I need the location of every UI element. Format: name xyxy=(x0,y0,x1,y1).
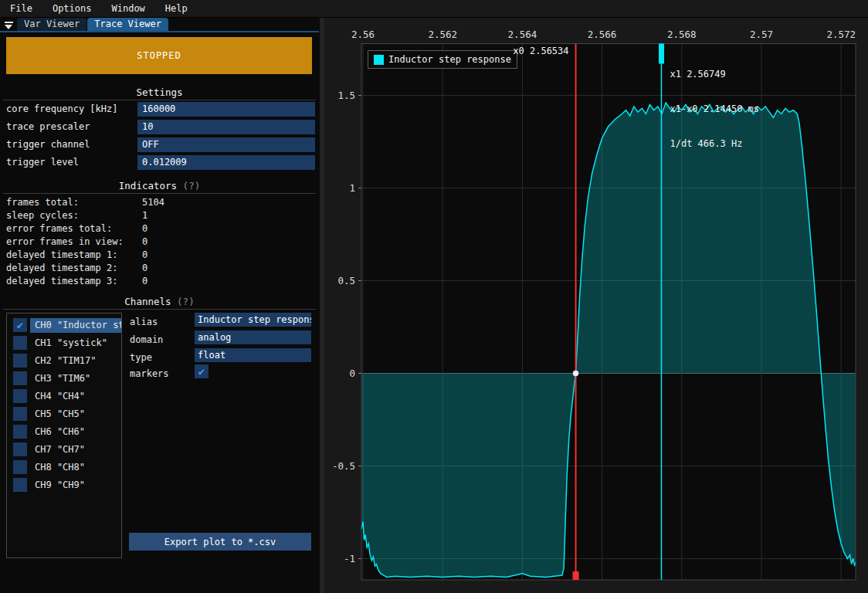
tab-bar: Var ViewerTrace Viewer xyxy=(0,18,319,32)
channel-checkbox[interactable] xyxy=(13,460,27,474)
channel-row-label: CH5 "CH5" xyxy=(35,407,85,422)
setting-input-trigger-level[interactable] xyxy=(137,155,315,170)
cursor-freq-label: 1/dt 466.3 Hz xyxy=(670,138,759,150)
domain-label: domain xyxy=(130,333,163,347)
x-tick-label: 2.566 xyxy=(588,29,617,40)
indicator-value: 0 xyxy=(142,249,147,262)
y-tick-label: 1 xyxy=(349,182,355,194)
domain-input[interactable] xyxy=(195,330,311,344)
channel-row-label: CH8 "CH8" xyxy=(35,460,85,475)
setting-label: trigger level xyxy=(6,155,79,170)
channel-checkbox[interactable] xyxy=(13,336,27,350)
menu-bar: FileOptionsWindowHelp xyxy=(0,0,868,18)
y-tick-label: 0 xyxy=(349,368,355,379)
indicator-value: 1 xyxy=(142,209,147,222)
channel-checkbox[interactable] xyxy=(13,371,27,385)
channel-row-label: CH9 "CH9" xyxy=(35,478,85,493)
alias-input[interactable] xyxy=(195,313,311,327)
export-csv-button[interactable]: Export plot to *.csv xyxy=(129,533,311,551)
menu-file[interactable]: File xyxy=(0,0,42,17)
left-panel: STOPPED Settings core frequency [kHz]tra… xyxy=(0,32,319,593)
channel-row-label: CH3 "TIM6" xyxy=(35,371,90,386)
channel-row[interactable]: CH4 "CH4" xyxy=(7,388,121,405)
channel-checkbox[interactable] xyxy=(13,407,27,421)
chevron-down-icon xyxy=(5,25,12,29)
channel-row[interactable]: CH8 "CH8" xyxy=(7,459,121,476)
menu-window[interactable]: Window xyxy=(101,0,154,17)
separator xyxy=(3,193,316,194)
channel-row[interactable]: ✔CH0 "Inductor st xyxy=(7,317,121,334)
channel-row-label: CH4 "CH4" xyxy=(35,389,85,404)
help-icon[interactable]: (?) xyxy=(183,180,201,191)
channel-row[interactable]: CH7 "CH7" xyxy=(7,442,121,459)
indicator-value: 0 xyxy=(142,262,147,275)
channel-row[interactable]: CH6 "CH6" xyxy=(7,424,121,441)
channel-row[interactable]: CH3 "TIM6" xyxy=(7,371,121,388)
channel-checkbox[interactable] xyxy=(13,354,27,368)
help-icon[interactable]: (?) xyxy=(177,296,195,307)
markers-label: markers xyxy=(130,367,169,381)
channel-checkbox[interactable]: ✔ xyxy=(13,318,27,332)
y-tick-label: 0.5 xyxy=(337,275,355,286)
y-tick-label: 1.5 xyxy=(337,90,355,101)
indicators-title: Indicators xyxy=(119,180,177,191)
channel-row[interactable]: CH2 "TIM17" xyxy=(7,353,121,370)
channel-row[interactable]: CH5 "CH5" xyxy=(7,406,121,423)
menu-options[interactable]: Options xyxy=(42,0,102,17)
menu-help[interactable]: Help xyxy=(155,0,198,17)
indicator-label: error frames total: xyxy=(6,222,112,236)
series-swatch-icon xyxy=(374,55,384,65)
cursor-delta-label: x1-x0 2.14450 ms xyxy=(670,103,759,115)
cursor-x1-label: x1 2.56749 xyxy=(670,69,759,80)
indicator-value: 0 xyxy=(142,222,147,236)
indicator-value: 5104 xyxy=(142,196,164,209)
marker-dot[interactable] xyxy=(573,371,578,376)
plot-canvas[interactable]: 2.562.5622.5642.5662.5682.572.5721.510.5… xyxy=(324,17,868,593)
indicator-value: 0 xyxy=(142,275,147,288)
cursor-x1-handle[interactable] xyxy=(659,44,664,64)
channel-row-label: CH1 "systick" xyxy=(35,336,107,351)
channel-checkbox[interactable] xyxy=(13,442,27,456)
x-tick-label: 2.562 xyxy=(428,29,457,40)
cursor-x1-info: x1 2.56749 x1-x0 2.14450 ms 1/dt 466.3 H… xyxy=(670,46,759,173)
setting-input-core-frequency-khz-[interactable] xyxy=(137,102,315,117)
cursor-x0-handle[interactable] xyxy=(573,571,579,580)
type-input[interactable] xyxy=(195,348,311,362)
channel-checkbox[interactable] xyxy=(13,389,27,403)
tab-trace-viewer[interactable]: Trace Viewer xyxy=(87,18,168,31)
x-tick-label: 2.56 xyxy=(351,29,375,40)
channel-checkbox[interactable] xyxy=(13,425,27,439)
indicator-label: frames total: xyxy=(6,196,79,209)
settings-header: Settings xyxy=(0,86,319,98)
x-tick-label: 2.572 xyxy=(826,29,856,40)
acquisition-state-button[interactable]: STOPPED xyxy=(6,37,312,74)
channel-row-label: CH0 "Inductor st xyxy=(35,318,122,333)
indicators-header: Indicators (?) xyxy=(0,180,319,191)
channel-row[interactable]: CH1 "systick" xyxy=(7,335,121,352)
setting-input-trace-prescaler[interactable] xyxy=(137,120,315,134)
indicator-label: delayed timestamp 3: xyxy=(6,275,118,288)
tab-var-viewer[interactable]: Var Viewer xyxy=(17,18,86,31)
indicator-label: delayed timestamp 1: xyxy=(6,249,118,262)
channel-row-label: CH6 "CH6" xyxy=(35,425,85,439)
setting-label: trigger channel xyxy=(6,137,90,152)
x-tick-label: 2.57 xyxy=(750,29,773,40)
x-tick-label: 2.564 xyxy=(508,29,537,40)
setting-input-trigger-channel[interactable] xyxy=(137,137,315,152)
collapse-icon-bar xyxy=(5,22,13,23)
channel-row[interactable]: CH9 "CH9" xyxy=(7,477,121,494)
y-tick-label: -1 xyxy=(344,553,355,564)
channel-checkbox[interactable] xyxy=(13,478,27,492)
cursor-x0-label: x0 2.56534 xyxy=(446,46,569,56)
setting-label: core frequency [kHz] xyxy=(6,102,118,117)
markers-checkbox[interactable]: ✔ xyxy=(195,364,209,378)
separator xyxy=(3,309,316,310)
indicator-value: 0 xyxy=(142,236,147,249)
collapse-icon[interactable] xyxy=(0,19,17,31)
channel-row-label: CH7 "CH7" xyxy=(35,442,85,457)
indicator-label: delayed timestamp 2: xyxy=(6,262,118,275)
channel-row-label: CH2 "TIM17" xyxy=(35,354,96,368)
settings-title: Settings xyxy=(136,86,182,98)
channel-list[interactable]: ✔CH0 "Inductor stCH1 "systick"CH2 "TIM17… xyxy=(6,313,122,558)
y-tick-label: -0.5 xyxy=(332,460,355,472)
